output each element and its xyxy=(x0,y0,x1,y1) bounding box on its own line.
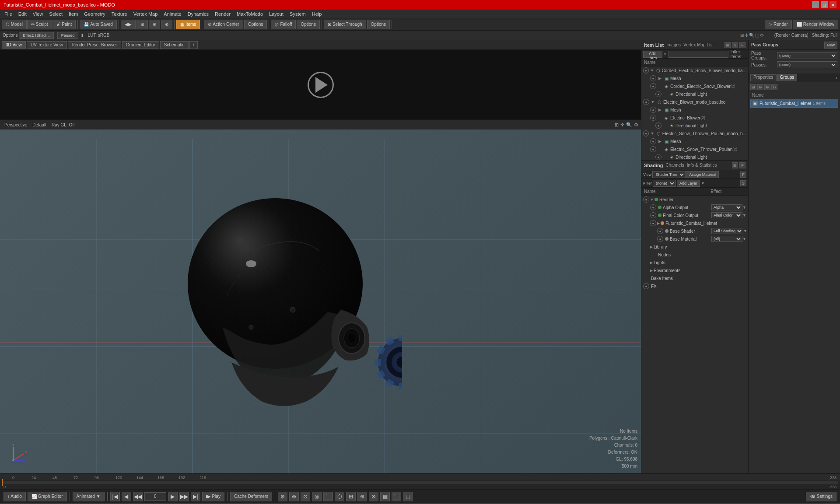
groups-icon4[interactable]: ⊙ xyxy=(771,84,777,90)
vp-icon-1[interactable]: ⊞ xyxy=(740,33,744,38)
shader-tree-select[interactable]: Shader Tree xyxy=(652,171,686,178)
list-item[interactable]: ● ◈ Electric_Snow_Thrower_Poulan (2) xyxy=(641,145,748,153)
add-group-icon[interactable]: + xyxy=(836,75,838,80)
add-layer-arrow[interactable]: ▼ xyxy=(701,181,705,186)
vp-header-icon3[interactable]: 🔍 xyxy=(626,122,632,128)
eye-icon[interactable]: ● xyxy=(650,146,656,152)
animated-button[interactable]: Animated ▼ xyxy=(73,492,105,501)
auto-saved-button[interactable]: 💾 Auto Saved xyxy=(80,20,117,29)
vp-icon-3[interactable]: 🔍 xyxy=(749,33,754,38)
shade-item-finalcolor[interactable]: ● Final Color Output Final Color ▼ xyxy=(641,211,748,219)
sb-icon-4[interactable]: ◎ xyxy=(312,492,322,501)
tab-uvtexture[interactable]: UV Texture View xyxy=(27,41,67,49)
viewport-canvas[interactable]: X Y Z No Items Polygons : Catmull-Clark … xyxy=(0,130,641,473)
shade-item-nodes[interactable]: ● Nodes xyxy=(641,251,748,259)
finalcolor-effect-select[interactable]: Final Color xyxy=(711,212,742,218)
toolbar-icon-2[interactable]: ⊞ xyxy=(136,20,148,29)
shade-item-bake[interactable]: ● Bake Items xyxy=(641,274,748,282)
shading-s-icon[interactable]: S xyxy=(740,180,746,186)
menu-layout[interactable]: Layout xyxy=(266,10,286,18)
eye-icon[interactable]: ● xyxy=(643,99,649,105)
sb-icon-1[interactable]: ⊕ xyxy=(278,492,287,501)
frame-input[interactable] xyxy=(144,492,166,501)
expand-icon[interactable]: ▶ xyxy=(657,221,660,225)
effect-button[interactable]: Effect: (Shadi... xyxy=(19,32,53,39)
sb-icon-7[interactable]: ⊞ xyxy=(346,492,356,501)
expand-icon[interactable]: ▼ xyxy=(650,198,654,202)
groups-icon3[interactable]: ⊗ xyxy=(764,84,770,90)
vertexmap-tab-label[interactable]: Vertex Map List xyxy=(683,42,714,47)
vp-header-icon2[interactable]: ✛ xyxy=(620,122,624,128)
shade-item-fx[interactable]: ● FX xyxy=(641,282,748,290)
effect-arrow[interactable]: ▼ xyxy=(742,237,746,241)
action-center-button[interactable]: ⊙ Action Center xyxy=(204,20,243,29)
alpha-effect-select[interactable]: Alpha xyxy=(711,204,742,210)
cache-deformers-button[interactable]: Cache Deformers xyxy=(230,492,272,501)
paint-mode-button[interactable]: 🖌 Paint xyxy=(52,20,76,29)
play-button[interactable]: ▶ ▶ Play xyxy=(202,492,224,501)
tab-renderpreset[interactable]: Render Preset Browser xyxy=(68,41,121,49)
select-through-button[interactable]: ⊠ Select Through xyxy=(324,20,366,29)
items-button[interactable]: ▦ Items xyxy=(176,20,200,29)
list-item[interactable]: ● ☀ Directional Light xyxy=(641,153,748,160)
list-item[interactable]: ● ☀ Directional Light xyxy=(641,90,748,98)
expand-icon[interactable]: ▶ xyxy=(650,261,653,265)
eye-icon[interactable]: ● xyxy=(643,67,649,74)
menu-system[interactable]: System xyxy=(287,10,308,18)
eye-icon[interactable]: ● xyxy=(650,220,656,226)
groups-icon1[interactable]: ⊞ xyxy=(750,84,756,90)
next-key-button[interactable]: ▶| xyxy=(191,492,200,501)
shading-lock-icon[interactable]: F xyxy=(740,172,746,178)
menu-dynamics[interactable]: Dynamics xyxy=(185,10,211,18)
eye-icon[interactable]: ● xyxy=(650,204,656,210)
sb-icon-5[interactable]: ⬛ xyxy=(323,492,333,501)
eye-icon[interactable]: ● xyxy=(650,107,656,113)
list-item[interactable]: ● ▼ ⬡ Corded_Electric_Snow_Blower_modo_b… xyxy=(641,66,748,74)
list-item[interactable]: ● ▶ ▣ Mesh xyxy=(641,137,748,145)
expand-icon[interactable]: ▼ xyxy=(650,68,654,73)
tab-add-button[interactable]: + xyxy=(189,41,198,49)
shade-item-baseshader[interactable]: ● Base Shader Full Shading ▼ xyxy=(641,227,748,235)
channels-tab-label[interactable]: Channels xyxy=(665,163,684,168)
baseshader-effect-select[interactable]: Full Shading xyxy=(711,228,743,234)
menu-geometry[interactable]: Geometry xyxy=(81,10,108,18)
sb-icon-6[interactable]: ⬡ xyxy=(335,492,344,501)
list-item[interactable]: ● ▼ ⬡ Electric_Snow_Thrower_Poulan_modo_… xyxy=(641,130,748,137)
eye-icon[interactable]: ● xyxy=(655,154,662,160)
menu-vertexmap[interactable]: Vertex Map xyxy=(131,10,161,18)
sb-icon-12[interactable]: ◫ xyxy=(403,492,413,501)
shade-item-basematerial[interactable]: ● Base Material (all) ▼ xyxy=(641,235,748,243)
viewport[interactable]: Perspective Default Ray GL: Off ⊞ ✛ 🔍 ⚙ xyxy=(0,120,641,473)
audio-button[interactable]: ♪ ♪ Audio xyxy=(4,492,26,501)
menu-view[interactable]: View xyxy=(30,10,46,18)
menu-edit[interactable]: Edit xyxy=(16,10,29,18)
shade-item-library[interactable]: ● ▶ Library xyxy=(641,243,748,251)
menu-item[interactable]: Item xyxy=(66,10,80,18)
close-button[interactable]: ✕ xyxy=(830,1,836,8)
list-item[interactable]: ● ◈ Electric_Blower (2) xyxy=(641,114,748,122)
eye-icon[interactable]: ● xyxy=(650,138,656,144)
vp-header-icon4[interactable]: ⚙ xyxy=(634,122,638,128)
tab-schematic[interactable]: Schematic xyxy=(160,41,189,49)
item-list-icon2[interactable]: S xyxy=(732,42,738,48)
filter-none-select[interactable]: (none) xyxy=(653,180,676,187)
list-item[interactable]: ● ▶ ▣ Mesh xyxy=(641,74,748,82)
sb-icon-10[interactable]: ▦ xyxy=(380,492,390,501)
eye-icon[interactable]: ● xyxy=(643,283,649,289)
tab-groups[interactable]: Groups xyxy=(777,74,798,81)
model-mode-button[interactable]: ⬡ Model xyxy=(2,20,27,29)
add-layer-button[interactable]: Add Layer xyxy=(677,180,700,187)
new-pass-button[interactable]: New xyxy=(824,42,837,49)
item-list-icon1[interactable]: ⊞ xyxy=(724,42,731,48)
render-window-button[interactable]: ⬜ Render Window xyxy=(793,20,838,29)
prev-key-button[interactable]: |◀ xyxy=(110,492,120,501)
passes-select[interactable]: (none) xyxy=(777,61,837,68)
shading-icon2[interactable]: F xyxy=(739,162,746,168)
sb-icon-9[interactable]: ⊗ xyxy=(369,492,378,501)
vp-icon-4[interactable]: ◫ xyxy=(755,33,759,38)
eye-icon[interactable]: ● xyxy=(643,130,649,136)
eye-icon[interactable]: ● xyxy=(655,122,662,129)
play-button[interactable] xyxy=(308,72,334,98)
options3-button[interactable]: Options xyxy=(367,20,390,29)
menu-render[interactable]: Render xyxy=(212,10,233,18)
